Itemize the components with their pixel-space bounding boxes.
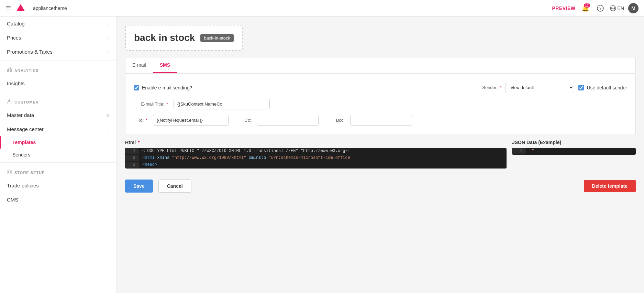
sidebar-divider-3 bbox=[0, 162, 116, 163]
svg-point-10 bbox=[8, 99, 10, 101]
chevron-down-icon: ⌄ bbox=[106, 127, 110, 132]
sidebar-item-message-center[interactable]: Message center ⌄ bbox=[0, 122, 116, 136]
preview-button[interactable]: PREVIEW bbox=[552, 6, 575, 11]
hamburger-icon[interactable]: ☰ bbox=[5, 4, 11, 12]
svg-rect-13 bbox=[10, 171, 11, 172]
left-actions: Save Cancel bbox=[125, 180, 191, 193]
cc-label: Cc: bbox=[241, 118, 251, 123]
sidebar-item-master-data[interactable]: Master data ⧉ bbox=[0, 108, 116, 122]
sidebar-item-trade-policies[interactable]: Trade policies bbox=[0, 178, 116, 193]
svg-rect-15 bbox=[10, 172, 11, 173]
enable-row: Enable e-mail sending? bbox=[134, 85, 192, 90]
line-content-3: <head> bbox=[139, 162, 507, 168]
line-content-1: <!DOCTYPE html PUBLIC "-//W3C//DTD XHTML… bbox=[139, 148, 502, 154]
store-setup-icon bbox=[7, 170, 12, 176]
html-editor-title: Html * bbox=[125, 140, 507, 145]
chevron-right-icon: › bbox=[108, 35, 110, 40]
layout: Catalog › Prices › Promotions & Taxes › … bbox=[0, 17, 644, 293]
svg-rect-9 bbox=[11, 69, 12, 72]
email-title-input[interactable] bbox=[174, 99, 270, 109]
sidebar-item-insights[interactable]: Insights bbox=[0, 76, 116, 90]
svg-marker-0 bbox=[16, 4, 25, 11]
code-line-3: 3 <head> bbox=[125, 162, 507, 169]
sender-select[interactable]: vtex-default bbox=[506, 82, 574, 93]
svg-rect-14 bbox=[8, 172, 9, 173]
html-required: * bbox=[138, 140, 140, 145]
use-default-sender-checkbox[interactable] bbox=[578, 85, 584, 90]
sidebar-item-catalog[interactable]: Catalog › bbox=[0, 17, 116, 31]
help-icon[interactable]: ? bbox=[595, 3, 606, 14]
sidebar-templates-label: Templates bbox=[12, 140, 36, 145]
sidebar-divider bbox=[0, 60, 116, 61]
html-editor-section: Html * 1 <!DOCTYPE html PUBLIC "-//W3C//… bbox=[125, 140, 507, 169]
sender-label: Sender: * bbox=[474, 85, 501, 90]
sidebar-item-senders[interactable]: Senders bbox=[0, 149, 116, 161]
chevron-right-icon: › bbox=[108, 50, 110, 54]
sidebar-item-prices[interactable]: Prices › bbox=[0, 31, 116, 45]
sidebar-catalog-label: Catalog bbox=[7, 21, 25, 26]
json-editor-title: JSON Data (Example) bbox=[512, 140, 636, 145]
notification-badge: 10 bbox=[584, 3, 590, 8]
json-line-1: 1 "" bbox=[512, 148, 636, 155]
main-content: back in stock back-in-stock E-mail SMS E… bbox=[117, 17, 644, 293]
save-button[interactable]: Save bbox=[125, 180, 153, 193]
sidebar-message-center-label: Message center bbox=[7, 126, 44, 132]
enable-checkbox-wrapper[interactable]: Enable e-mail sending? bbox=[134, 85, 192, 90]
line-content-2: <html xmlns="http://www.w3.org/1999/xhtm… bbox=[139, 155, 507, 161]
sidebar-cms-label: CMS bbox=[7, 197, 18, 203]
chevron-right-icon: › bbox=[108, 21, 110, 26]
sidebar-item-promotions-taxes[interactable]: Promotions & Taxes › bbox=[0, 45, 116, 59]
bcc-label: Bcc: bbox=[331, 118, 345, 123]
sidebar-promotions-label: Promotions & Taxes bbox=[7, 49, 53, 55]
enable-label: Enable e-mail sending? bbox=[142, 85, 192, 90]
sender-required: * bbox=[500, 85, 501, 90]
line-num-2: 2 bbox=[125, 155, 139, 161]
customer-section-label: CUSTOMER bbox=[0, 94, 116, 108]
use-default-sender-wrapper[interactable]: Use default sender bbox=[578, 85, 627, 90]
to-cc-bcc-row: To: * Cc: Bcc: bbox=[134, 115, 627, 126]
svg-rect-12 bbox=[8, 171, 9, 172]
email-title-required: * bbox=[166, 101, 168, 107]
svg-rect-6 bbox=[7, 69, 8, 72]
user-avatar[interactable]: M bbox=[628, 3, 639, 13]
enable-email-checkbox[interactable] bbox=[134, 85, 139, 90]
bottom-actions: Save Cancel Delete template bbox=[125, 175, 636, 197]
cc-input[interactable] bbox=[257, 115, 319, 126]
editors-row: Html * 1 <!DOCTYPE html PUBLIC "-//W3C//… bbox=[125, 140, 636, 169]
svg-rect-7 bbox=[8, 68, 9, 72]
cancel-button[interactable]: Cancel bbox=[158, 180, 191, 193]
to-input[interactable] bbox=[153, 115, 229, 126]
form-card: Enable e-mail sending? Sender: * vtex-de… bbox=[125, 73, 636, 134]
sidebar-item-templates[interactable]: Templates bbox=[0, 136, 116, 149]
svg-text:?: ? bbox=[599, 6, 601, 10]
svg-rect-11 bbox=[7, 170, 11, 174]
email-title-label: E-mail Title: * bbox=[134, 101, 168, 107]
tab-email[interactable]: E-mail bbox=[125, 58, 153, 73]
line-num-1: 1 bbox=[125, 148, 139, 154]
delete-template-button[interactable]: Delete template bbox=[584, 180, 636, 192]
logo bbox=[15, 3, 26, 14]
analytics-section-label: ANALYTICS bbox=[0, 62, 116, 76]
sidebar-prices-label: Prices bbox=[7, 35, 21, 41]
json-line-content-1: "" bbox=[526, 148, 631, 154]
tabs: E-mail SMS bbox=[125, 58, 636, 73]
json-code-editor[interactable]: 1 "" bbox=[512, 148, 636, 155]
app-name: appliancetheme bbox=[33, 6, 67, 11]
bcc-input[interactable] bbox=[350, 115, 412, 126]
sidebar-trade-policies-label: Trade policies bbox=[7, 183, 39, 188]
notifications-icon[interactable]: 🔔 10 bbox=[580, 3, 591, 14]
sidebar-senders-label: Senders bbox=[12, 152, 30, 158]
template-slug-badge: back-in-stock bbox=[200, 34, 234, 42]
email-title-row: E-mail Title: * bbox=[134, 99, 627, 109]
use-default-sender-label: Use default sender bbox=[587, 85, 627, 90]
sidebar: Catalog › Prices › Promotions & Taxes › … bbox=[0, 17, 117, 293]
sidebar-insights-label: Insights bbox=[7, 80, 25, 86]
store-setup-section-label: STORE SETUP bbox=[0, 164, 116, 178]
to-label: To: * bbox=[134, 118, 147, 123]
tab-sms[interactable]: SMS bbox=[153, 58, 177, 73]
language-selector[interactable]: EN bbox=[610, 5, 624, 11]
chevron-right-icon: › bbox=[108, 197, 110, 202]
sender-row: Sender: * vtex-default Use default sende… bbox=[474, 82, 627, 93]
sidebar-item-cms[interactable]: CMS › bbox=[0, 193, 116, 207]
html-code-editor[interactable]: 1 <!DOCTYPE html PUBLIC "-//W3C//DTD XHT… bbox=[125, 148, 507, 169]
